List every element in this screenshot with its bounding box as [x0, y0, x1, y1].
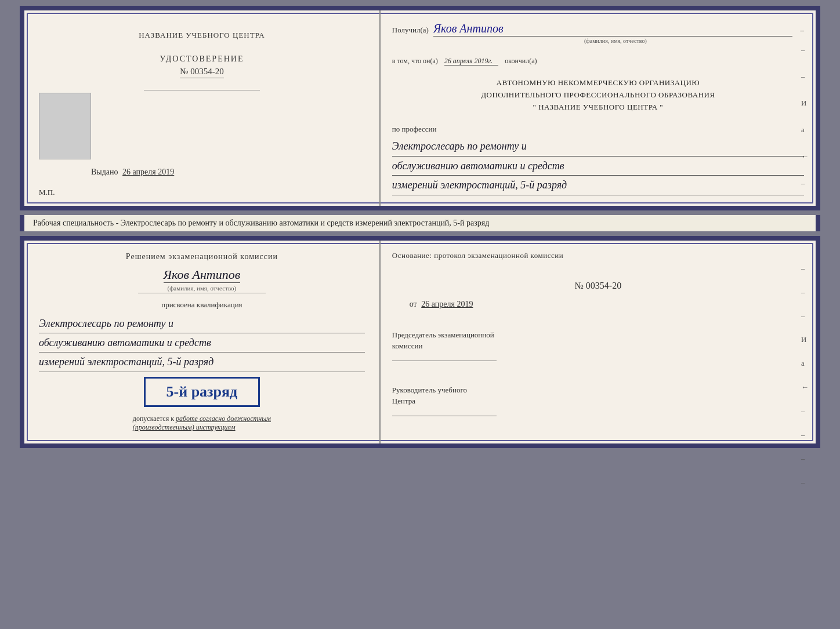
dopuskaetsya-italic1: работе согласно должностным	[176, 415, 271, 423]
dopuskaetsya-italic2: (производственным) инструкциям	[133, 423, 236, 431]
bottom-document-pair: Решением экзаменационной комиссии Яков А…	[20, 236, 820, 448]
fio-small-bottom: (фамилия, имя, отчество)	[138, 285, 266, 293]
dash-r1: –	[801, 45, 809, 54]
cert-date-line: в том, что он(а) 26 апреля 2019г. окончи…	[392, 57, 804, 66]
top-document-pair: НАЗВАНИЕ УЧЕБНОГО ЦЕНТРА УДОСТОВЕРЕНИЕ №…	[20, 6, 820, 210]
rukovoditel-title-line2: Центра	[392, 397, 415, 405]
prisvoena-label: присвоена квалификация	[161, 300, 242, 310]
mp-label: М.П.	[39, 188, 55, 197]
recipient-label: Получил(а)	[392, 26, 429, 35]
udostoverenie-block: УДОСТОВЕРЕНИЕ № 00354-20	[160, 54, 244, 78]
dash-after-name: –	[800, 26, 804, 35]
prof-line1: Электрослесарь по ремонту и	[392, 137, 804, 156]
letter-a-b: а	[801, 359, 809, 368]
dash-r3: –	[801, 179, 809, 188]
org-line3: " НАЗВАНИЕ УЧЕБНОГО ЦЕНТРА "	[392, 101, 804, 114]
dash-br2: –	[801, 288, 809, 297]
rukovoditel-section: Руководитель учебного Центра	[392, 384, 804, 416]
rank-badge: 5-й разряд	[144, 377, 260, 407]
osnovaniye-text: Основание: протокол экзаменационной коми…	[392, 251, 804, 260]
udostoverenie-number: № 00354-20	[180, 67, 224, 78]
decision-title: Решением экзаменационной комиссии	[126, 252, 278, 261]
org-line1: АВТОНОМНУЮ НЕКОММЕРЧЕСКУЮ ОРГАНИЗАЦИЮ	[392, 77, 804, 89]
rukovoditel-title-line1: Руководитель учебного	[392, 386, 467, 394]
description-line: Рабочая специальность - Электрослесарь п…	[20, 215, 820, 231]
cert-text-suffix: окончил(а)	[505, 57, 537, 65]
bottom-left-page: Решением экзаменационной комиссии Яков А…	[24, 241, 381, 443]
arrow-rb: ←	[801, 383, 809, 392]
rukovoditel-signature-line	[392, 416, 497, 416]
qual-line2: обслуживанию автоматики и средств	[39, 333, 365, 352]
protocol-date: от 26 апреля 2019	[392, 300, 804, 309]
center-name-top: НАЗВАНИЕ УЧЕБНОГО ЦЕНТРА	[139, 22, 265, 49]
dash-br4: –	[801, 406, 809, 416]
photo-placeholder	[39, 93, 91, 159]
protocol-number: № 00354-20	[392, 281, 804, 291]
udostoverenie-title: УДОСТОВЕРЕНИЕ	[160, 54, 244, 64]
arrow-r: ←	[801, 152, 809, 161]
dash-br6: –	[801, 454, 809, 463]
vydano-label: Выдано	[91, 168, 118, 176]
recipient-block: Получил(а) Яков Антипов – (фамилия, имя,…	[392, 21, 804, 44]
letter-a: а	[801, 125, 809, 134]
top-right-page: Получил(а) Яков Антипов – (фамилия, имя,…	[381, 10, 816, 206]
dash-br5: –	[801, 430, 809, 439]
profession-text-block: Электрослесарь по ремонту и обслуживанию…	[392, 137, 804, 195]
letter-i-b: И	[801, 335, 809, 344]
protocol-date-val: 26 апреля 2019	[421, 300, 473, 308]
recipient-line: Получил(а) Яков Антипов –	[392, 21, 804, 37]
bottom-right-page: Основание: протокол экзаменационной коми…	[381, 241, 816, 443]
vydano-date: 26 апреля 2019	[122, 168, 174, 176]
org-block: АВТОНОМНУЮ НЕКОММЕРЧЕСКУЮ ОРГАНИЗАЦИЮ ДО…	[392, 77, 804, 113]
org-line2: ДОПОЛНИТЕЛЬНОГО ПРОФЕССИОНАЛЬНОГО ОБРАЗО…	[392, 89, 804, 101]
prof-line3: измерений электростанций, 5-й разряд	[392, 176, 804, 195]
right-decorations-bottom: – – – И а ← – – – –	[801, 264, 809, 487]
dash-br3: –	[801, 311, 809, 321]
rukovoditel-title: Руководитель учебного Центра	[392, 384, 804, 407]
cert-date: 26 апреля 2019г.	[444, 57, 498, 66]
chairman-section: Председатель экзаменационной комиссии	[392, 329, 804, 361]
dash-r2: –	[801, 72, 809, 81]
dash-br7: –	[801, 478, 809, 487]
top-left-page: НАЗВАНИЕ УЧЕБНОГО ЦЕНТРА УДОСТОВЕРЕНИЕ №…	[24, 10, 381, 206]
decision-name: Яков Антипов	[164, 267, 241, 283]
qual-text-block: Электрослесарь по ремонту и обслуживанию…	[39, 314, 365, 372]
dopuskaetsya-block: допускается к работе согласно должностны…	[133, 415, 271, 432]
chairman-title-line1: Председатель экзаменационной	[392, 330, 494, 339]
profession-label: по профессии	[392, 125, 804, 134]
right-decorations: – – И а ← –	[801, 45, 809, 188]
letter-i: И	[801, 99, 809, 108]
profession-block: по профессии Электрослесарь по ремонту и…	[392, 125, 804, 195]
fio-label-top: (фамилия, имя, отчество)	[427, 38, 804, 44]
vydano-block: Выдано 26 апреля 2019	[85, 168, 174, 194]
chairman-title: Председатель экзаменационной комиссии	[392, 329, 804, 352]
recipient-name: Яков Антипов	[433, 21, 793, 37]
chairman-signature-line	[392, 361, 497, 361]
chairman-title-line2: комиссии	[392, 341, 423, 350]
protocol-date-prefix: от	[410, 300, 417, 308]
cert-text-prefix: в том, что он(а)	[392, 57, 438, 65]
dash-br1: –	[801, 264, 809, 273]
description-text: Рабочая специальность - Электрослесарь п…	[33, 219, 489, 227]
qual-line1: Электрослесарь по ремонту и	[39, 314, 365, 333]
qual-line3: измерений электростанций, 5-й разряд	[39, 352, 365, 372]
dopuskaetsya-prefix: допускается к	[133, 415, 174, 423]
prof-line2: обслуживанию автоматики и средств	[392, 157, 804, 176]
